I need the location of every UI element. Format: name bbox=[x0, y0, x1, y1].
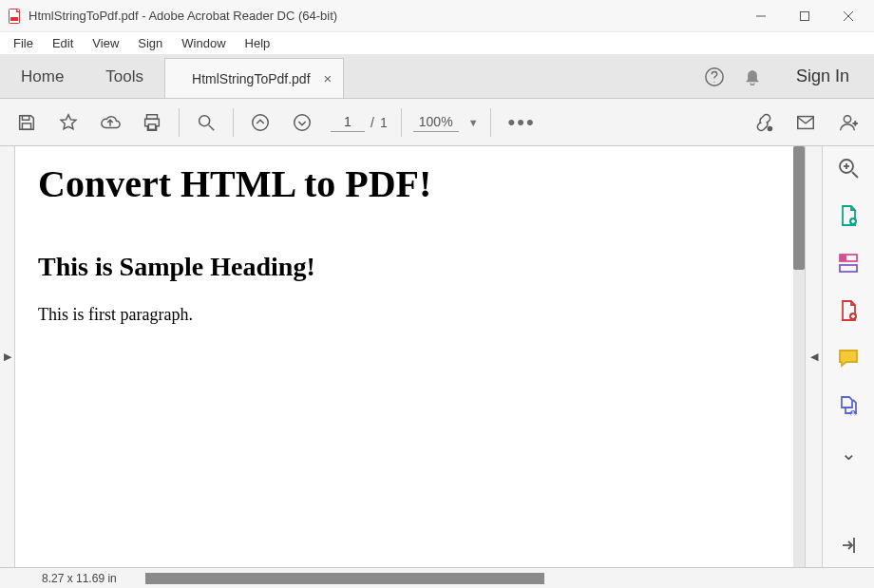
svg-rect-3 bbox=[801, 11, 809, 20]
separator bbox=[233, 108, 234, 137]
svg-rect-27 bbox=[840, 265, 857, 272]
svg-point-12 bbox=[200, 115, 210, 125]
horizontal-scrollbar-thumb[interactable] bbox=[145, 573, 544, 584]
svg-rect-11 bbox=[148, 123, 155, 129]
right-tool-pane: ⌄ bbox=[822, 146, 874, 567]
document-viewport[interactable]: Convert HTML to PDF! This is Sample Head… bbox=[15, 146, 805, 567]
minimize-button[interactable] bbox=[739, 2, 783, 30]
svg-point-14 bbox=[253, 114, 269, 130]
menu-sign[interactable]: Sign bbox=[130, 34, 170, 52]
find-button[interactable] bbox=[185, 104, 227, 142]
tab-document[interactable]: HtmlStringToPdf.pdf × bbox=[164, 58, 344, 98]
tab-row: Home Tools HtmlStringToPdf.pdf × Sign In bbox=[0, 55, 874, 99]
main-area: ▶ Convert HTML to PDF! This is Sample He… bbox=[0, 146, 874, 567]
chevron-down-icon: ⌄ bbox=[841, 442, 857, 465]
toolbar: / 1 100% ▼ ••• bbox=[0, 99, 874, 146]
share-link-button[interactable] bbox=[743, 104, 785, 142]
tab-document-label: HtmlStringToPdf.pdf bbox=[192, 71, 311, 86]
close-button[interactable] bbox=[826, 2, 870, 30]
menu-view[interactable]: View bbox=[85, 34, 126, 52]
maximize-button[interactable] bbox=[783, 2, 826, 30]
titlebar: HtmlStringToPdf.pdf - Adobe Acrobat Read… bbox=[0, 0, 874, 32]
tab-close-icon[interactable]: × bbox=[324, 70, 332, 86]
more-tools-button[interactable]: ••• bbox=[497, 110, 547, 135]
window-title: HtmlStringToPdf.pdf - Adobe Acrobat Read… bbox=[28, 9, 337, 23]
svg-point-7 bbox=[713, 81, 714, 82]
comment-icon[interactable] bbox=[836, 346, 861, 370]
sign-in-button[interactable]: Sign In bbox=[771, 55, 874, 98]
svg-rect-9 bbox=[22, 123, 30, 128]
zoom-value: 100% bbox=[413, 112, 459, 132]
separator bbox=[401, 108, 402, 137]
pdf-page: Convert HTML to PDF! This is Sample Head… bbox=[15, 146, 793, 567]
search-plus-icon[interactable] bbox=[836, 156, 861, 180]
page-total: 1 bbox=[380, 115, 388, 130]
tab-home[interactable]: Home bbox=[0, 55, 85, 98]
left-panel-handle[interactable]: ▶ bbox=[0, 146, 15, 567]
svg-rect-1 bbox=[10, 17, 18, 21]
separator bbox=[490, 108, 491, 137]
svg-point-16 bbox=[768, 125, 773, 131]
svg-point-18 bbox=[844, 115, 850, 122]
menubar: File Edit View Sign Window Help bbox=[0, 32, 874, 55]
separator bbox=[179, 108, 180, 137]
menu-help[interactable]: Help bbox=[238, 34, 278, 52]
svg-rect-8 bbox=[22, 115, 28, 120]
svg-rect-28 bbox=[840, 255, 846, 261]
svg-line-13 bbox=[209, 124, 215, 130]
page-indicator: / 1 bbox=[331, 112, 388, 132]
notifications-button[interactable] bbox=[733, 55, 771, 98]
pdf-app-icon bbox=[8, 9, 23, 24]
collapse-pane-icon[interactable] bbox=[836, 533, 861, 558]
page-current-input[interactable] bbox=[331, 112, 365, 132]
cloud-upload-button[interactable] bbox=[89, 104, 131, 142]
horizontal-scrollbar[interactable] bbox=[145, 573, 544, 584]
page-sep: / bbox=[370, 115, 374, 130]
page-up-button[interactable] bbox=[239, 104, 281, 142]
print-button[interactable] bbox=[131, 104, 173, 142]
svg-line-22 bbox=[852, 172, 858, 178]
menu-window[interactable]: Window bbox=[174, 34, 233, 52]
doc-paragraph: This is first paragraph. bbox=[38, 305, 770, 325]
export-pdf-icon[interactable] bbox=[836, 203, 861, 228]
combine-files-icon[interactable] bbox=[836, 393, 861, 418]
page-dimensions: 8.27 x 11.69 in bbox=[0, 572, 136, 585]
email-button[interactable] bbox=[785, 104, 826, 142]
edit-pdf-icon[interactable] bbox=[836, 251, 861, 275]
doc-heading-2: This is Sample Heading! bbox=[38, 252, 770, 282]
vertical-scrollbar-thumb[interactable] bbox=[793, 146, 805, 270]
chevron-down-icon: ▼ bbox=[468, 117, 479, 128]
account-button[interactable] bbox=[826, 104, 868, 142]
svg-point-15 bbox=[294, 114, 311, 130]
more-tools-chevron[interactable]: ⌄ bbox=[836, 441, 861, 465]
right-panel-handle[interactable]: ◀ bbox=[805, 146, 822, 567]
tab-tools[interactable]: Tools bbox=[85, 55, 164, 98]
zoom-control[interactable]: 100% ▼ bbox=[413, 112, 479, 132]
star-button[interactable] bbox=[48, 104, 89, 142]
help-button[interactable] bbox=[695, 55, 733, 98]
page-down-button[interactable] bbox=[281, 104, 323, 142]
create-pdf-icon[interactable] bbox=[836, 298, 861, 323]
status-bar: 8.27 x 11.69 in bbox=[0, 567, 874, 588]
save-button[interactable] bbox=[6, 104, 48, 142]
menu-file[interactable]: File bbox=[6, 34, 41, 52]
doc-heading-1: Convert HTML to PDF! bbox=[38, 161, 770, 206]
menu-edit[interactable]: Edit bbox=[45, 34, 81, 52]
